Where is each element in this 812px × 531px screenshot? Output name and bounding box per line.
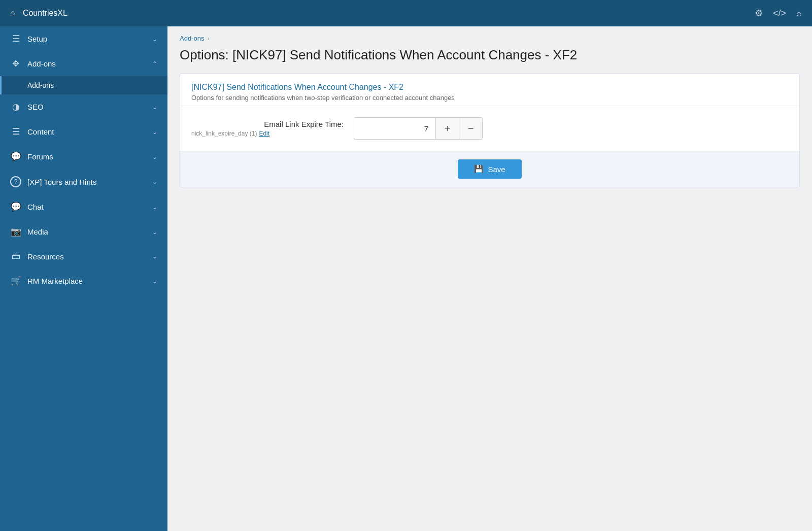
options-card: [NICK97] Send Notifications When Account…	[180, 73, 800, 187]
sidebar-label-resources: Resources	[27, 252, 64, 261]
sidebar: ☰ Setup ⌄ ✥ Add-ons ⌃ Add-ons ◑ SEO ⌄	[0, 26, 167, 531]
decrement-button[interactable]: −	[459, 118, 482, 139]
resources-icon: 🗃	[10, 251, 21, 261]
chat-chevron: ⌄	[152, 204, 157, 211]
home-icon[interactable]: ⌂	[10, 8, 16, 19]
breadcrumb-sep: ›	[207, 35, 209, 42]
sidebar-sub-label-addons: Add-ons	[27, 81, 54, 89]
addons-icon: ✥	[10, 58, 21, 69]
option-row-expire: Email Link Expire Time: nick_link_expire…	[180, 106, 799, 151]
chat-icon: 💬	[10, 202, 21, 212]
app-title: CountriesXL	[23, 9, 748, 18]
topbar-icons: ⚙ </> ⌕	[755, 8, 802, 19]
sidebar-label-addons: Add-ons	[27, 59, 56, 68]
sidebar-sub-addons: Add-ons	[0, 76, 167, 94]
expire-sub-text: nick_link_expire_day (1)	[191, 130, 257, 137]
setup-chevron: ⌄	[152, 36, 157, 43]
sidebar-label-chat: Chat	[27, 203, 44, 211]
breadcrumb-addons[interactable]: Add-ons	[180, 35, 204, 42]
tours-chevron: ⌄	[152, 178, 157, 185]
expire-edit-link[interactable]: Edit	[259, 130, 269, 137]
page-title: Options: [NICK97] Send Notifications Whe…	[167, 45, 812, 73]
code-icon[interactable]: </>	[773, 8, 786, 19]
content-chevron: ⌄	[152, 128, 157, 136]
sidebar-item-media[interactable]: 📷 Media ⌄	[0, 219, 167, 244]
seo-icon: ◑	[10, 102, 21, 112]
sidebar-label-setup: Setup	[27, 35, 47, 43]
forums-chevron: ⌄	[152, 153, 157, 160]
sidebar-label-seo: SEO	[27, 103, 44, 111]
settings-icon[interactable]: ⚙	[755, 8, 763, 19]
resources-chevron: ⌄	[152, 253, 157, 260]
card-title[interactable]: [NICK97] Send Notifications When Account…	[191, 83, 788, 92]
increment-button[interactable]: +	[435, 118, 459, 139]
card-header: [NICK97] Send Notifications When Account…	[180, 74, 799, 106]
tours-icon: ?	[10, 176, 21, 187]
expire-label-text: Email Link Expire Time:	[191, 120, 344, 128]
sidebar-label-tours: [XP] Tours and Hints	[27, 178, 96, 186]
sidebar-label-content: Content	[27, 127, 54, 136]
expire-label-sub: nick_link_expire_day (1) Edit	[191, 130, 344, 137]
card-footer: 💾 Save	[180, 151, 799, 187]
sidebar-item-resources[interactable]: 🗃 Resources ⌄	[0, 244, 167, 269]
setup-icon: ☰	[10, 34, 21, 44]
save-button[interactable]: 💾 Save	[458, 159, 521, 179]
sidebar-item-seo[interactable]: ◑ SEO ⌄	[0, 94, 167, 119]
sidebar-label-rmmarket: RM Marketplace	[27, 277, 83, 285]
sidebar-item-rmmarket[interactable]: 🛒 RM Marketplace ⌄	[0, 269, 167, 293]
media-chevron: ⌄	[152, 228, 157, 236]
expire-value-input[interactable]	[354, 119, 435, 138]
number-control: + −	[354, 117, 483, 140]
content-icon: ☰	[10, 126, 21, 137]
sidebar-label-forums: Forums	[27, 152, 53, 161]
topbar: ⌂ CountriesXL ⚙ </> ⌕	[0, 0, 812, 26]
sidebar-item-content[interactable]: ☰ Content ⌄	[0, 119, 167, 144]
option-label-expire: Email Link Expire Time: nick_link_expire…	[191, 120, 354, 137]
seo-chevron: ⌄	[152, 104, 157, 111]
save-label: Save	[488, 165, 505, 174]
rmmarket-chevron: ⌄	[152, 278, 157, 285]
sidebar-item-chat[interactable]: 💬 Chat ⌄	[0, 194, 167, 219]
save-icon: 💾	[474, 164, 484, 174]
sidebar-label-media: Media	[27, 227, 48, 236]
sidebar-item-addons[interactable]: ✥ Add-ons ⌃	[0, 51, 167, 76]
sidebar-item-tours[interactable]: ? [XP] Tours and Hints ⌄	[0, 169, 167, 194]
sidebar-item-forums[interactable]: 💬 Forums ⌄	[0, 144, 167, 169]
forums-icon: 💬	[10, 151, 21, 162]
breadcrumb: Add-ons ›	[167, 26, 812, 45]
search-icon[interactable]: ⌕	[796, 8, 802, 19]
sidebar-item-setup[interactable]: ☰ Setup ⌄	[0, 26, 167, 51]
main-content: Add-ons › Options: [NICK97] Send Notific…	[167, 26, 812, 531]
rmmarket-icon: 🛒	[10, 276, 21, 286]
card-description: Options for sending notifications when t…	[191, 94, 788, 102]
addons-chevron: ⌃	[152, 60, 157, 68]
main-layout: ☰ Setup ⌄ ✥ Add-ons ⌃ Add-ons ◑ SEO ⌄	[0, 26, 812, 531]
sidebar-sub-item-addons[interactable]: Add-ons	[0, 76, 167, 94]
media-icon: 📷	[10, 226, 21, 237]
